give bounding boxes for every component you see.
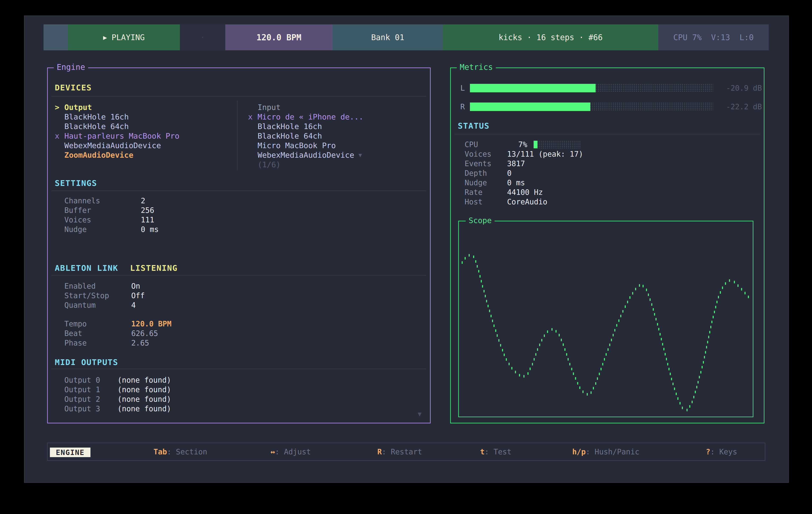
key-hint-test: t: Test <box>480 443 512 460</box>
field-value: CoreAudio <box>507 198 547 206</box>
field-label: Events <box>465 159 507 168</box>
scope-dot <box>696 386 697 388</box>
link-heading: ABLETON LINKLISTENING <box>55 263 177 273</box>
scope-dot <box>682 406 683 409</box>
scope-dot <box>700 371 701 373</box>
device-row[interactable]: BlackHole 16ch <box>248 122 422 131</box>
field-row[interactable]: Nudge0 ms <box>64 224 158 234</box>
meter-db-value: -20.9 dB <box>713 84 762 92</box>
scope-dot <box>614 329 615 332</box>
scope-dot <box>679 402 680 404</box>
top-bar-accent-block <box>44 24 68 50</box>
field-row[interactable]: Output 3(none found) <box>64 404 171 414</box>
divider <box>52 275 426 275</box>
scope-dot <box>705 351 706 354</box>
scope-dot <box>485 295 486 297</box>
scope-dot <box>569 363 570 365</box>
scope-dot <box>713 316 714 318</box>
device-label: Input <box>258 103 281 112</box>
field-row[interactable]: Output 1(none found) <box>64 385 171 394</box>
device-row[interactable]: WebexMediaAudioDevice▼ <box>248 150 422 160</box>
metrics-panel-title: Metrics <box>457 63 496 72</box>
field-row[interactable]: Start/StopOff <box>64 291 172 300</box>
scope-dot <box>484 290 485 293</box>
device-row[interactable]: ZoomAudioDevice <box>55 150 235 160</box>
field-row[interactable]: EnabledOn <box>64 281 172 291</box>
scope-dot <box>609 343 610 346</box>
device-row[interactable]: Micro MacBook Pro <box>248 141 422 150</box>
device-row[interactable]: BlackHole 64ch <box>55 122 235 131</box>
scope-dot <box>488 305 489 307</box>
scope-dot <box>707 341 708 343</box>
device-label: BlackHole 16ch <box>64 113 129 121</box>
devices-heading: DEVICES <box>55 83 92 92</box>
field-row: Voices13/111 (peak: 17) <box>465 149 583 159</box>
mode-badge: ENGINE <box>50 448 90 457</box>
transport-status[interactable]: ▶PLAYING <box>68 24 180 50</box>
field-row[interactable]: Buffer256 <box>64 205 158 215</box>
bpm-display[interactable]: 120.0 BPM <box>225 24 332 50</box>
field-row[interactable]: Channels2 <box>64 196 158 205</box>
scope-dot <box>597 377 598 380</box>
scope-dot <box>646 289 647 291</box>
hint-key: h/p <box>572 448 586 456</box>
meter-track <box>470 102 713 111</box>
scope-dot <box>706 346 707 349</box>
scroll-down-icon[interactable]: ▼ <box>418 410 422 418</box>
field-row: CPU7% <box>465 140 583 149</box>
field-row[interactable]: Voices111 <box>64 215 158 224</box>
scope-dot <box>515 371 516 373</box>
field-label: Phase <box>64 339 131 347</box>
scope-dot <box>482 285 483 288</box>
scope-dot <box>708 336 709 338</box>
field-label: Output 0 <box>64 376 117 384</box>
device-row[interactable]: xMicro de « iPhone de... <box>248 112 422 122</box>
device-row[interactable]: Input <box>248 102 422 112</box>
field-row[interactable]: Output 0(none found) <box>64 375 171 385</box>
scope-dot <box>502 349 503 352</box>
device-row[interactable]: BlackHole 64ch <box>248 131 422 141</box>
spacer <box>64 310 172 319</box>
scope-dot <box>593 387 594 389</box>
field-value: 0 ms <box>141 225 158 234</box>
link-list: EnabledOnStart/StopOffQuantum4Tempo120.0… <box>64 281 172 347</box>
device-row[interactable]: WebexMediaAudioDevice <box>55 141 235 150</box>
device-row[interactable]: >Output <box>55 102 235 112</box>
field-row[interactable]: Output 2(none found) <box>64 394 171 404</box>
field-label: Host <box>465 198 507 206</box>
scope-dot <box>629 296 631 299</box>
field-row[interactable]: Beat626.65 <box>64 329 172 338</box>
status-heading: STATUS <box>458 121 489 130</box>
device-row[interactable]: xHaut-parleurs MacBook Pro <box>55 131 235 141</box>
device-row[interactable]: BlackHole 16ch <box>55 112 235 122</box>
field-value: 626.65 <box>131 329 158 338</box>
divider <box>455 134 760 134</box>
field-value: 7% <box>507 140 527 149</box>
more-below-icon[interactable]: ▼ <box>358 152 362 158</box>
scope-dot <box>714 311 715 313</box>
field-label: Output 1 <box>64 385 117 394</box>
scope-dot <box>590 391 591 394</box>
scope-dot <box>666 358 667 360</box>
scope-dot <box>717 301 718 303</box>
scope-dot <box>710 326 712 328</box>
selection-arrow-icon: > <box>55 103 64 112</box>
field-row[interactable]: Quantum4 <box>64 300 172 310</box>
scope-dot <box>703 361 704 364</box>
meter-label: L <box>460 84 470 92</box>
active-device-x-icon: x <box>248 113 258 121</box>
scope-dot <box>469 254 470 256</box>
divider <box>52 96 426 96</box>
scope-dot <box>712 321 713 323</box>
field-label: Voices <box>465 150 507 158</box>
scope-dot <box>737 284 738 287</box>
engine-panel-title: Engine <box>54 63 88 72</box>
top-bar: ▶PLAYING · 120.0 BPM Bank 01 kicks · 16 … <box>44 24 769 50</box>
field-row[interactable]: Tempo120.0 BPM <box>64 319 172 329</box>
scope-dot <box>639 284 640 287</box>
scope-dot <box>575 377 576 380</box>
bank-display[interactable]: Bank 01 <box>332 24 443 50</box>
meter-row-l: L-20.9 dB <box>460 84 762 92</box>
scope-dot <box>561 339 562 341</box>
field-row[interactable]: Phase2.65 <box>64 338 172 347</box>
